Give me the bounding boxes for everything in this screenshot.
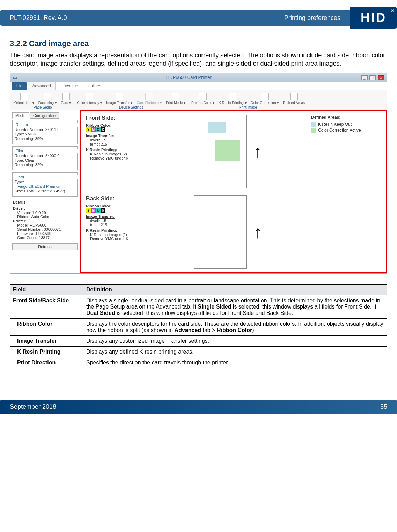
btn-duplexing[interactable]: Duplexing ▾ xyxy=(38,93,57,105)
btn-card-flattener[interactable]: Card Flattener ▾ xyxy=(137,93,162,105)
film-fieldset: Film Reorder Number: 84900-0 Type: Clear… xyxy=(12,146,78,170)
row-kresin: K Resin Printing xyxy=(10,346,83,357)
front-card-preview xyxy=(194,115,247,188)
ribbon-toolbar: Orientation ▾ Duplexing ▾ Card ▾ Page Se… xyxy=(10,90,387,110)
side-tab-media[interactable]: Media xyxy=(12,112,29,119)
refresh-button[interactable]: Refresh xyxy=(12,243,78,250)
btn-print-mode[interactable]: Print Mode ▾ xyxy=(166,93,185,105)
page-header: PLT-02931, Rev. A.0 Printing preferences… xyxy=(0,7,397,29)
btn-color-correction[interactable]: Color Correction ▾ xyxy=(251,93,279,105)
row-ribbon-color: Ribbon Color xyxy=(10,318,83,335)
card-image-area: Front Side: Ribbon Color: YMCK Image Tra… xyxy=(80,110,387,273)
close-button[interactable]: ✕ xyxy=(378,75,384,80)
btn-color-intensity[interactable]: Color Intensity ▾ xyxy=(77,93,102,105)
window-title: HDP6600 Card Printer xyxy=(166,75,212,80)
footer-date: September 2018 xyxy=(10,403,56,411)
window-titlebar: ▭ HDP6600 Card Printer _ □ ✕ xyxy=(10,73,387,82)
direction-arrow-icon: ↑ xyxy=(253,141,262,162)
back-card-preview xyxy=(194,195,247,269)
card-fieldset: Card Type: Fargo UltraCard Premium Size:… xyxy=(12,172,78,197)
row-image-transfer: Image Transfer xyxy=(10,335,83,346)
window-controls: _ □ ✕ xyxy=(361,75,384,80)
brand-logo: HID xyxy=(350,7,397,29)
btn-defined-areas[interactable]: Defined Areas xyxy=(283,93,305,105)
btn-kresin[interactable]: K Resin Printing ▾ xyxy=(219,93,246,105)
th-definition: Definition xyxy=(83,284,387,295)
side-tab-config[interactable]: Configuration xyxy=(30,112,59,119)
details-panel: Details Driver: Version: 1.0.0.29 Ribbon… xyxy=(12,199,78,241)
app-screenshot: ▭ HDP6600 Card Printer _ □ ✕ File Advanc… xyxy=(10,73,387,274)
front-side-info: Front Side: Ribbon Color: YMCK Image Tra… xyxy=(86,115,145,188)
app-icon: ▭ xyxy=(13,75,17,80)
ribbon-tabs: File Advanced Encoding Utilities xyxy=(10,82,387,90)
footer-page: 55 xyxy=(380,403,387,411)
direction-arrow-icon: ↑ xyxy=(253,222,262,242)
btn-orientation[interactable]: Orientation ▾ xyxy=(14,93,34,105)
tab-encoding[interactable]: Encoding xyxy=(57,82,82,90)
group-page-setup: Page Setup xyxy=(14,105,71,109)
group-device-settings: Device Settings xyxy=(77,105,185,109)
side-panel: Media Configuration Ribbon Reorder Numbe… xyxy=(10,110,80,273)
tab-utilities[interactable]: Utilities xyxy=(83,82,105,90)
btn-ribbon-color[interactable]: Ribbon Color ▾ xyxy=(191,93,214,105)
page-footer: September 2018 55 xyxy=(0,400,397,414)
back-side-info: Back Side: Ribbon Color: YMCK Image Tran… xyxy=(86,195,145,269)
th-field: Field xyxy=(10,284,83,295)
field-definition-table: Field Definition Front Side/Back Side Di… xyxy=(10,284,387,368)
minimize-button[interactable]: _ xyxy=(361,75,368,80)
defined-areas-legend: Defined Areas: K Resin Keep Out Color Co… xyxy=(311,115,381,188)
row-front-back: Front Side/Back Side xyxy=(10,295,83,318)
tab-advanced[interactable]: Advanced xyxy=(28,82,55,90)
maximize-button[interactable]: □ xyxy=(369,75,376,80)
tab-file[interactable]: File xyxy=(12,82,27,90)
ribbon-fieldset: Ribbon Reorder Number: 84911-0 Type: YMC… xyxy=(12,120,78,144)
row-print-direction: Print Direction xyxy=(10,357,83,368)
doc-number: PLT-02931, Rev. A.0 xyxy=(10,14,67,22)
btn-card[interactable]: Card ▾ xyxy=(61,93,71,105)
btn-image-transfer[interactable]: Image Transfer ▾ xyxy=(106,93,132,105)
section-intro: The card image area displays a represent… xyxy=(10,51,387,68)
group-print-image: Print Image xyxy=(191,105,305,109)
doc-title: Printing preferences xyxy=(284,14,340,22)
section-heading: 3.2.2 Card image area xyxy=(10,39,387,48)
